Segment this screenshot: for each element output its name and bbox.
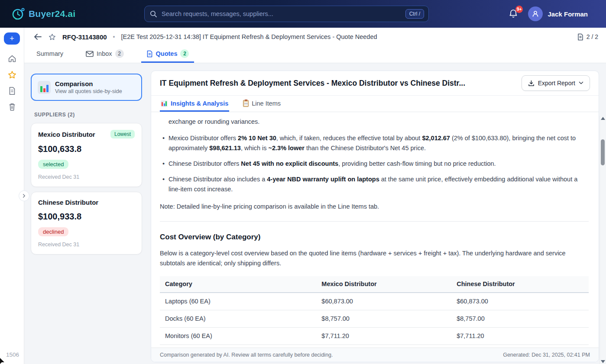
sidebar-collapse-button[interactable] bbox=[19, 190, 29, 201]
comparison-footer: Comparison generated by AI. Review all t… bbox=[151, 348, 599, 362]
scrollbar-thumb[interactable] bbox=[601, 139, 605, 165]
status-badge: declined bbox=[38, 227, 68, 236]
brand-logo[interactable]: Buyer24.ai bbox=[11, 0, 75, 28]
tab-inbox[interactable]: Inbox 2 bbox=[81, 46, 129, 63]
search-input[interactable] bbox=[162, 10, 405, 17]
cost-table-body: Laptops (60 EA)$60,873.00$60,873.00Docks… bbox=[160, 293, 589, 348]
tab-summary-label: Summary bbox=[36, 50, 63, 57]
user-menu[interactable]: Jack Forman bbox=[528, 6, 588, 21]
tab-insights-analysis[interactable]: Insights & Analysis bbox=[160, 96, 229, 112]
received-date: Received Dec 31 bbox=[38, 242, 135, 248]
section-divider bbox=[160, 221, 589, 222]
insights-content[interactable]: exchange or rounding variances. Mexico D… bbox=[151, 112, 599, 348]
table-row: Monitors (60 EA)$7,711.20$7,711.20 bbox=[160, 328, 589, 345]
page-pager: 2 / 2 bbox=[577, 33, 598, 41]
home-icon[interactable] bbox=[7, 54, 17, 64]
table-row: Docks (60 EA)$8,757.00$8,757.00 bbox=[160, 310, 589, 328]
file-icon bbox=[146, 50, 153, 58]
insights-bullet-list: Mexico Distributor offers 2% 10 Net 30, … bbox=[160, 133, 589, 194]
search-icon bbox=[150, 10, 157, 18]
note-text: Note: Detailed line-by-line pricing comp… bbox=[160, 202, 589, 212]
export-report-button[interactable]: Export Report bbox=[522, 75, 590, 91]
cost-overview-paragraph: Below is a category-level cost overview … bbox=[160, 248, 589, 268]
quotes-count-badge: 2 bbox=[180, 49, 189, 58]
comparison-panel: IT Equipment Refresh & Deployment Servic… bbox=[151, 71, 599, 362]
table-cell: $7,711.20 bbox=[451, 328, 589, 345]
suppliers-heading: SUPPLIERS (2) bbox=[34, 112, 142, 118]
table-cell: Monitors (60 EA) bbox=[160, 328, 316, 345]
report-tabs: Insights & Analysis Line Items bbox=[151, 96, 599, 112]
supplier-card-mexico[interactable]: Mexico Distributor Lowest $100,633.8 sel… bbox=[31, 123, 142, 187]
received-date: Received Dec 31 bbox=[38, 174, 135, 180]
supplier-price: $100,633.8 bbox=[38, 144, 135, 154]
lowest-badge: Lowest bbox=[110, 130, 135, 139]
chevron-right-icon bbox=[22, 194, 26, 198]
favorite-star-icon[interactable] bbox=[48, 33, 56, 41]
user-name: Jack Forman bbox=[548, 10, 588, 18]
tab-insights-label: Insights & Analysis bbox=[171, 100, 228, 107]
supplier-card-chinese[interactable]: Chinese Distributor $100,933.8 declined … bbox=[31, 192, 142, 254]
supplier-name: Mexico Distributor bbox=[38, 131, 95, 138]
tab-summary[interactable]: Summary bbox=[31, 46, 68, 63]
table-cell: $8,757.00 bbox=[451, 310, 589, 328]
documents-icon[interactable] bbox=[7, 86, 17, 96]
content-scrollbar[interactable] bbox=[600, 116, 606, 364]
inbox-count-badge: 2 bbox=[115, 49, 124, 58]
bullet-item: Chinese Distributor offers Net 45 with n… bbox=[160, 159, 589, 169]
comparison-subtitle: View all quotes side-by-side bbox=[55, 88, 122, 94]
avatar bbox=[528, 6, 543, 21]
mouse-cursor bbox=[0, 358, 5, 364]
back-arrow-icon[interactable] bbox=[33, 33, 42, 41]
new-request-button[interactable]: + bbox=[4, 32, 20, 45]
supplier-price: $100,933.8 bbox=[38, 212, 135, 222]
scroll-down-arrow-icon[interactable] bbox=[601, 360, 605, 363]
table-cell: $7,711.20 bbox=[316, 328, 451, 345]
status-badge: selected bbox=[38, 160, 68, 169]
table-cell: $60,873.00 bbox=[316, 293, 451, 310]
supplier-name: Chinese Distributor bbox=[38, 199, 98, 206]
search-shortcut-badge: Ctrl / bbox=[405, 9, 424, 19]
scroll-up-arrow-icon[interactable] bbox=[601, 117, 605, 120]
clipboard-icon bbox=[243, 100, 249, 107]
brand-name: Buyer24.ai bbox=[29, 9, 75, 19]
download-icon bbox=[528, 80, 535, 87]
table-header-row: Category Mexico Distributor Chinese Dist… bbox=[160, 276, 589, 293]
tab-quotes-label: Quotes bbox=[156, 50, 178, 57]
table-cell: Docks (60 EA) bbox=[160, 310, 316, 328]
breadcrumb: RFQ-31143800 • [E2E Test 2025-12-31 14:3… bbox=[0, 28, 606, 46]
tab-quotes[interactable]: Quotes 2 bbox=[141, 46, 194, 63]
table-cell: $60,873.00 bbox=[451, 293, 589, 310]
document-icon bbox=[577, 33, 584, 41]
debug-counter: 1506 bbox=[6, 351, 19, 358]
col-chinese: Chinese Distributor bbox=[451, 276, 589, 293]
navbar-right-cluster: 9+ Jack Forman bbox=[508, 0, 588, 28]
envelope-icon bbox=[86, 51, 94, 57]
trash-icon[interactable] bbox=[7, 102, 17, 112]
logo-clock-icon bbox=[11, 7, 25, 21]
cost-overview-table: Category Mexico Distributor Chinese Dist… bbox=[160, 276, 589, 348]
plus-icon: + bbox=[10, 34, 14, 43]
table-cell: $8,757.00 bbox=[316, 310, 451, 328]
tab-line-items[interactable]: Line Items bbox=[242, 96, 282, 112]
col-category: Category bbox=[160, 276, 316, 293]
bar-chart-icon bbox=[38, 81, 51, 94]
bar-chart-icon bbox=[161, 100, 168, 107]
notification-count-badge: 9+ bbox=[515, 6, 523, 13]
comparison-card[interactable]: Comparison View all quotes side-by-side bbox=[31, 74, 142, 101]
bullet-item: Chinese Distributor also includes a 4-ye… bbox=[160, 174, 589, 194]
tab-line-items-label: Line Items bbox=[252, 100, 281, 107]
favorites-star-icon[interactable] bbox=[7, 70, 17, 80]
col-mexico: Mexico Distributor bbox=[316, 276, 451, 293]
global-search[interactable]: Ctrl / bbox=[144, 6, 429, 22]
bullet-item: Mexico Distributor offers 2% 10 Net 30, … bbox=[160, 133, 589, 153]
notifications-button[interactable]: 9+ bbox=[508, 8, 519, 19]
tab-inbox-label: Inbox bbox=[97, 50, 112, 57]
cost-overview-heading: Cost Overview (by Category) bbox=[160, 232, 589, 242]
comparison-title: Comparison bbox=[55, 80, 122, 87]
rfq-tabs: Summary Inbox 2 Quotes 2 bbox=[0, 46, 606, 63]
generated-timestamp: Generated: Dec 31, 2025, 02:41 PM bbox=[503, 352, 590, 358]
comparison-report-title: IT Equipment Refresh & Deployment Servic… bbox=[160, 79, 465, 88]
breadcrumb-separator: • bbox=[113, 33, 115, 40]
table-cell: Laptops (60 EA) bbox=[160, 293, 316, 310]
chevron-down-icon bbox=[579, 81, 583, 85]
